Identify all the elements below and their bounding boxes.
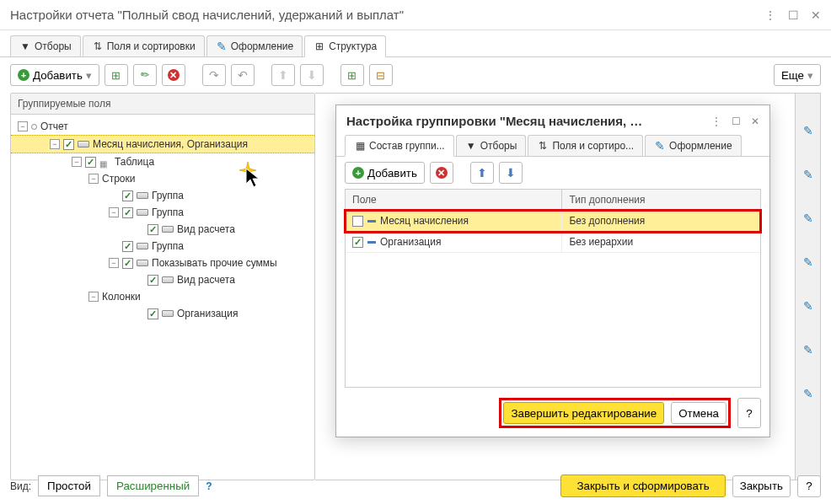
close-button[interactable]: Закрыть [732, 475, 791, 497]
brush-icon[interactable]: ✎ [803, 299, 813, 313]
brush-icon: ✎ [216, 40, 228, 52]
node-table[interactable]: −Таблица [11, 153, 314, 170]
dlg-up-button[interactable]: ⬆ [470, 162, 494, 184]
tree: −Отчет −Месяц начисления, Организация −Т… [11, 115, 314, 480]
checkbox[interactable] [352, 237, 363, 248]
tab-filters[interactable]: ▼Отборы [10, 35, 81, 56]
checkbox[interactable] [147, 275, 158, 286]
dialog-header: Настройка группировки "Месяц начисления,… [336, 105, 769, 135]
brush-icon[interactable]: ✎ [803, 168, 813, 181]
grid-row-org[interactable]: Организация Без иерархии [346, 232, 760, 253]
tab-structure[interactable]: ⊞Структура [304, 35, 386, 57]
tab-dlg-filters[interactable]: ▼Отборы [456, 135, 527, 156]
filter-icon: ▼ [465, 140, 477, 152]
group-icon [162, 276, 174, 284]
dropdown-icon: ▾ [86, 69, 92, 82]
delete-icon: ✕ [168, 69, 180, 81]
brush-icon[interactable]: ✎ [803, 343, 813, 357]
sort-icon: ⇅ [537, 140, 549, 152]
checkbox[interactable] [122, 207, 133, 218]
pencil-icon: ✎ [138, 67, 153, 82]
node-month-org[interactable]: −Месяц начисления, Организация [11, 135, 314, 153]
group-icon [137, 242, 148, 250]
brush-icon[interactable]: ✎ [803, 255, 813, 269]
swap2-button[interactable]: ↶ [231, 64, 255, 86]
down-icon: ⬇ [307, 68, 317, 82]
cancel-button[interactable]: Отмена [671, 402, 726, 424]
main-tabs: ▼Отборы ⇅Поля и сортировки ✎Оформление ⊞… [0, 30, 831, 57]
dialog-toolbar: +Добавить ✕ ⬆ ⬇ [336, 157, 769, 189]
node-report[interactable]: −Отчет [11, 118, 314, 135]
more-button[interactable]: Еще▾ [774, 64, 821, 86]
up-icon: ⬆ [477, 166, 487, 180]
node-vid1[interactable]: Вид расчета [11, 221, 314, 238]
checkbox[interactable] [122, 258, 133, 269]
checkbox[interactable] [147, 224, 158, 235]
tab-compose[interactable]: ▦Состав группи... [345, 135, 454, 157]
close-and-form-button[interactable]: Закрыть и сформировать [560, 475, 725, 497]
move-up-button[interactable]: ⬆ [271, 64, 295, 86]
node-org[interactable]: Организация [11, 305, 314, 322]
filter-icon: ▼ [19, 40, 31, 52]
dropdown-icon: ▾ [807, 69, 813, 82]
more-icon[interactable]: ⋮ [764, 8, 776, 22]
swap1-button[interactable]: ↷ [202, 64, 226, 86]
help-link[interactable]: ? [206, 480, 212, 492]
move-down-button[interactable]: ⬇ [300, 64, 324, 86]
brush-icon[interactable]: ✎ [803, 124, 813, 137]
dialog-footer: Завершить редактирование Отмена ? [336, 388, 769, 437]
expand-button[interactable]: ⊞ [340, 64, 364, 86]
group-button[interactable]: ⊞ [105, 64, 128, 86]
node-group3[interactable]: Группа [11, 238, 314, 255]
brush-icon[interactable]: ✎ [803, 387, 813, 400]
left-panel: Группируемые поля −Отчет −Месяц начислен… [10, 93, 315, 480]
grid-row-month[interactable]: Месяц начисления Без дополнения [346, 211, 760, 232]
maximize-icon[interactable]: ☐ [732, 115, 741, 127]
delete-button[interactable]: ✕ [162, 64, 185, 86]
panel-header: Группируемые поля [11, 94, 314, 115]
mode-advanced[interactable]: Расширенный [107, 475, 199, 496]
group-icon [137, 191, 148, 200]
checkbox[interactable] [63, 139, 74, 150]
dialog-tabs: ▦Состав группи... ▼Отборы ⇅Поля и сортир… [336, 135, 769, 157]
up-icon: ⬆ [278, 68, 288, 82]
tab-format[interactable]: ✎Оформление [206, 35, 303, 56]
help-button[interactable]: ? [737, 398, 761, 428]
node-group2[interactable]: −Группа [11, 204, 314, 221]
node-group1[interactable]: Группа [11, 187, 314, 204]
node-columns[interactable]: −Колонки [11, 288, 314, 305]
checkbox[interactable] [85, 157, 96, 168]
group-icon [78, 140, 89, 148]
window-title: Настройки отчета "Полный свод начислений… [10, 8, 764, 22]
node-show-other[interactable]: −Показывать прочие суммы [11, 255, 314, 271]
dlg-delete-button[interactable]: ✕ [430, 162, 453, 184]
checkbox[interactable] [122, 190, 133, 201]
tab-fields[interactable]: ⇅Поля и сортировки [83, 35, 205, 56]
dlg-add-button[interactable]: +Добавить [345, 162, 425, 184]
swap-icon: ↷ [209, 68, 219, 82]
collapse-button[interactable]: ⊟ [369, 64, 393, 86]
footer-help-button[interactable]: ? [797, 475, 821, 497]
add-button[interactable]: +Добавить▾ [10, 64, 99, 86]
group-icon [137, 208, 148, 217]
edit-button[interactable]: ✎ [133, 64, 157, 86]
finish-button[interactable]: Завершить редактирование [503, 402, 664, 424]
checkbox[interactable] [352, 216, 363, 227]
tab-dlg-format[interactable]: ✎Оформление [645, 135, 741, 156]
close-icon[interactable]: ✕ [751, 115, 759, 127]
field-icon [367, 220, 376, 223]
node-rows[interactable]: −Строки [11, 170, 314, 187]
mode-simple[interactable]: Простой [38, 475, 100, 496]
close-icon[interactable]: ✕ [811, 8, 821, 22]
more-icon[interactable]: ⋮ [711, 115, 721, 127]
dlg-down-button[interactable]: ⬇ [499, 162, 523, 184]
checkbox[interactable] [147, 308, 158, 319]
maximize-icon[interactable]: ☐ [788, 8, 799, 22]
checkbox[interactable] [122, 241, 133, 252]
group-icon: ⊞ [111, 69, 121, 82]
window-header: Настройки отчета "Полный свод начислений… [0, 0, 831, 30]
tab-dlg-fields[interactable]: ⇅Поля и сортиро... [528, 135, 643, 156]
expand-icon: ⊞ [347, 69, 357, 82]
node-vid2[interactable]: Вид расчета [11, 271, 314, 288]
brush-icon[interactable]: ✎ [803, 212, 813, 225]
